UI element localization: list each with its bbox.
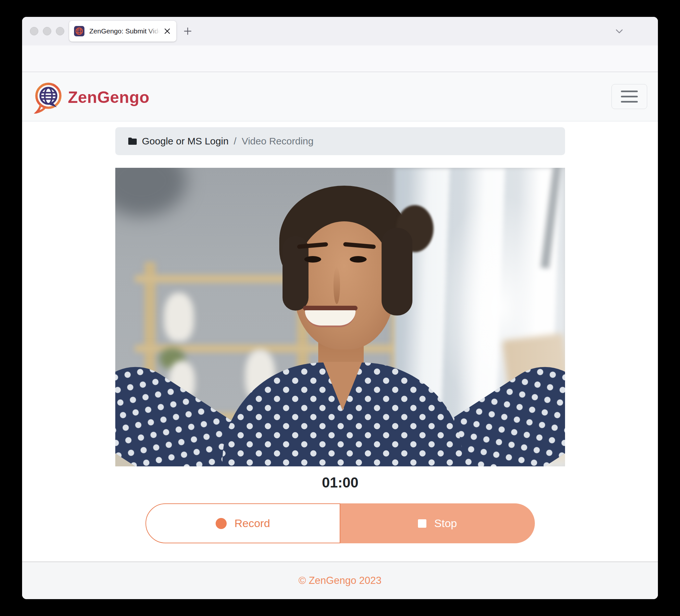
site-footer: © ZenGengo 2023	[22, 561, 658, 599]
breadcrumb-separator: /	[234, 136, 236, 147]
woman-hair-side	[381, 228, 413, 316]
upper-lip	[303, 306, 358, 311]
video-preview	[115, 168, 565, 466]
breadcrumb-current: Video Recording	[242, 136, 313, 147]
browser-window: ZenGengo: Submit Video Record	[22, 17, 658, 599]
tab-title-fade	[147, 27, 162, 35]
record-button[interactable]: Record	[145, 503, 340, 543]
tab-close-icon[interactable]	[163, 27, 172, 36]
zengengo-logo-icon	[33, 81, 64, 114]
toggler-bar	[621, 101, 638, 102]
tab-title: ZenGengo: Submit Video Record	[89, 27, 162, 35]
record-dot-icon	[216, 518, 227, 529]
woman-eye	[350, 256, 367, 263]
breadcrumb-parent-link[interactable]: Google or MS Login	[142, 136, 229, 147]
teeth	[305, 310, 356, 327]
main-content: Google or MS Login / Video Recording	[22, 121, 658, 561]
brand-name: ZenGengo	[68, 88, 149, 107]
woman-nose	[334, 267, 340, 304]
recorder-controls: Record Stop	[145, 503, 535, 543]
record-button-label: Record	[234, 517, 270, 530]
zoom-window-icon[interactable]	[56, 27, 64, 35]
stop-square-icon	[418, 519, 426, 528]
new-tab-icon[interactable]	[183, 27, 192, 36]
close-window-icon[interactable]	[30, 27, 38, 35]
tab-strip: ZenGengo: Submit Video Record	[22, 17, 658, 46]
toggler-bar	[621, 96, 638, 97]
minimize-window-icon[interactable]	[43, 27, 51, 35]
stop-button-label: Stop	[434, 517, 457, 530]
woman-face	[294, 221, 395, 350]
folder-icon	[128, 137, 137, 145]
tab-list-chevron-icon[interactable]	[615, 28, 624, 35]
recording-timer: 01:00	[115, 474, 565, 491]
woman-smile	[303, 306, 358, 329]
browser-tab[interactable]: ZenGengo: Submit Video Record	[69, 21, 176, 41]
stop-button[interactable]: Stop	[340, 503, 535, 543]
brand-logo[interactable]: ZenGengo	[33, 81, 149, 114]
site-header: ZenGengo	[22, 72, 658, 121]
window-controls	[30, 27, 64, 35]
browser-toolbar: localhost:8888/assignments/video/submit-…	[22, 46, 658, 72]
zengengo-favicon-icon	[74, 26, 85, 37]
toggler-bar	[621, 91, 638, 92]
breadcrumb: Google or MS Login / Video Recording	[115, 127, 565, 155]
navbar-toggler-button[interactable]	[612, 84, 647, 109]
copyright-text: © ZenGengo 2023	[299, 575, 381, 586]
woman-eye	[304, 256, 321, 263]
